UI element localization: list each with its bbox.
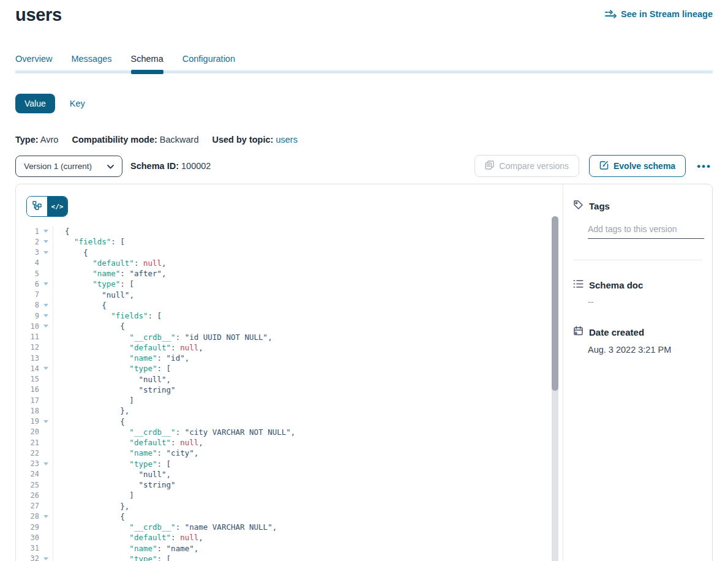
code-line: 16 "string" xyxy=(16,385,563,395)
used-by-topic-link[interactable]: users xyxy=(276,135,297,145)
line-number: 20 xyxy=(16,427,39,436)
code-line: 23 "type": [ xyxy=(16,459,563,469)
tag-icon xyxy=(573,200,584,213)
code-line: 17 ] xyxy=(16,395,563,405)
code-line: 4 "default": null, xyxy=(16,258,563,268)
code-line: 18 }, xyxy=(16,405,563,416)
line-number: 7 xyxy=(16,290,39,299)
code-line: 2 "fields": [ xyxy=(16,236,563,247)
version-actions: Compare versions Evolve schema ••• xyxy=(475,155,713,177)
tab-overview[interactable]: Overview xyxy=(15,54,52,70)
schema-doc-value: -- xyxy=(588,297,702,307)
tab-messages[interactable]: Messages xyxy=(71,54,111,70)
code-line: 1{ xyxy=(16,226,563,236)
code-line: 3 { xyxy=(16,247,563,258)
line-number: 23 xyxy=(16,459,39,468)
code-line: 12 "default": null, xyxy=(16,342,563,353)
line-number: 30 xyxy=(16,533,39,542)
code-line: 9 "fields": [ xyxy=(16,311,563,321)
evolve-schema-button[interactable]: Evolve schema xyxy=(589,155,686,177)
code-line: 32 "type": [ xyxy=(16,554,563,561)
code-editor: 1{2 "fields": [3 {4 "default": null,5 "n… xyxy=(16,226,563,561)
line-number: 27 xyxy=(16,502,39,510)
stream-lineage-link[interactable]: See in Stream lineage xyxy=(605,9,713,19)
code-icon: </> xyxy=(51,203,64,211)
version-bar: Version 1 (current) Schema ID: 100002 Co… xyxy=(15,155,713,177)
line-number: 25 xyxy=(16,481,39,489)
value-toggle-button[interactable]: Value xyxy=(15,94,55,113)
fold-arrow-icon[interactable] xyxy=(43,420,48,423)
version-select-value: Version 1 (current) xyxy=(24,162,92,171)
key-toggle-button[interactable]: Key xyxy=(70,99,85,108)
code-line: 7 "null", xyxy=(16,290,563,300)
tree-view-button[interactable] xyxy=(27,197,47,216)
fold-arrow-icon[interactable] xyxy=(43,314,48,317)
fold-arrow-icon[interactable] xyxy=(43,515,48,518)
schema-id-label: Schema ID: xyxy=(130,161,179,171)
date-created-section: Date created Aug. 3 2022 3:21 PM xyxy=(573,326,702,355)
tags-input[interactable] xyxy=(588,224,704,239)
code-line: 27 }, xyxy=(16,501,563,511)
more-options-button[interactable]: ••• xyxy=(696,161,713,171)
code-line: 28 { xyxy=(16,511,563,522)
line-number: 8 xyxy=(16,301,39,309)
tags-section: Tags xyxy=(573,200,702,260)
line-number: 28 xyxy=(16,512,39,521)
list-icon xyxy=(573,279,584,291)
code-line: 5 "name": "after", xyxy=(16,268,563,279)
schema-card: </> 1{2 "fields": [3 {4 "default": null,… xyxy=(15,184,713,561)
meta-used-by-topic: Used by topic: users xyxy=(212,135,297,145)
code-line: 15 "null", xyxy=(16,374,563,385)
fold-arrow-icon[interactable] xyxy=(43,557,48,560)
tab-schema[interactable]: Schema xyxy=(131,54,163,70)
code-view-button[interactable]: </> xyxy=(47,197,67,216)
fold-arrow-icon[interactable] xyxy=(43,230,48,233)
code-line: 30 "default": null, xyxy=(16,532,563,543)
line-number: 14 xyxy=(16,364,39,373)
code-line: 6 "type": [ xyxy=(16,279,563,289)
fold-arrow-icon[interactable] xyxy=(43,240,48,243)
fold-arrow-icon[interactable] xyxy=(43,462,48,465)
line-number: 17 xyxy=(16,396,39,405)
line-number: 31 xyxy=(16,544,39,552)
line-number: 1 xyxy=(16,227,39,236)
version-select[interactable]: Version 1 (current) xyxy=(15,156,122,177)
line-number: 2 xyxy=(16,238,39,246)
line-number: 16 xyxy=(16,385,39,394)
line-number: 32 xyxy=(16,554,39,561)
fold-arrow-icon[interactable] xyxy=(43,367,48,370)
page-title: users xyxy=(15,5,62,25)
meta-type: Type: Avro xyxy=(15,135,58,145)
code-line: 19 { xyxy=(16,416,563,427)
chevron-down-icon xyxy=(107,162,114,171)
code-line: 11 "__crdb__": "id UUID NOT NULL", xyxy=(16,332,563,342)
scrollbar-track[interactable] xyxy=(552,216,558,561)
code-line: 31 "name": "name", xyxy=(16,543,563,554)
fold-arrow-icon[interactable] xyxy=(43,325,48,328)
code-line: 22 "name": "city", xyxy=(16,448,563,458)
calendar-plus-icon xyxy=(573,326,584,339)
compare-versions-button[interactable]: Compare versions xyxy=(475,155,579,177)
type-label: Type: xyxy=(15,135,39,145)
line-number: 26 xyxy=(16,491,39,500)
date-created-value: Aug. 3 2022 3:21 PM xyxy=(588,345,702,355)
scrollbar-thumb[interactable] xyxy=(552,216,558,391)
line-number: 5 xyxy=(16,269,39,278)
fold-arrow-icon[interactable] xyxy=(43,251,48,254)
code-lines: 1{2 "fields": [3 {4 "default": null,5 "n… xyxy=(16,226,563,561)
compatibility-value: Backward xyxy=(160,135,199,145)
type-value: Avro xyxy=(40,135,59,145)
code-line: 20 "__crdb__": "city VARCHAR NOT NULL", xyxy=(16,427,563,437)
line-number: 9 xyxy=(16,312,39,320)
line-number: 18 xyxy=(16,407,39,415)
tab-configuration[interactable]: Configuration xyxy=(182,54,235,70)
line-number: 3 xyxy=(16,248,39,257)
compare-versions-icon xyxy=(485,160,494,171)
line-number: 19 xyxy=(16,417,39,426)
line-number: 15 xyxy=(16,375,39,383)
fold-arrow-icon[interactable] xyxy=(43,282,48,285)
line-number: 24 xyxy=(16,470,39,478)
code-line: 14 "type": [ xyxy=(16,363,563,374)
fold-arrow-icon[interactable] xyxy=(43,304,48,307)
line-number: 22 xyxy=(16,449,39,457)
